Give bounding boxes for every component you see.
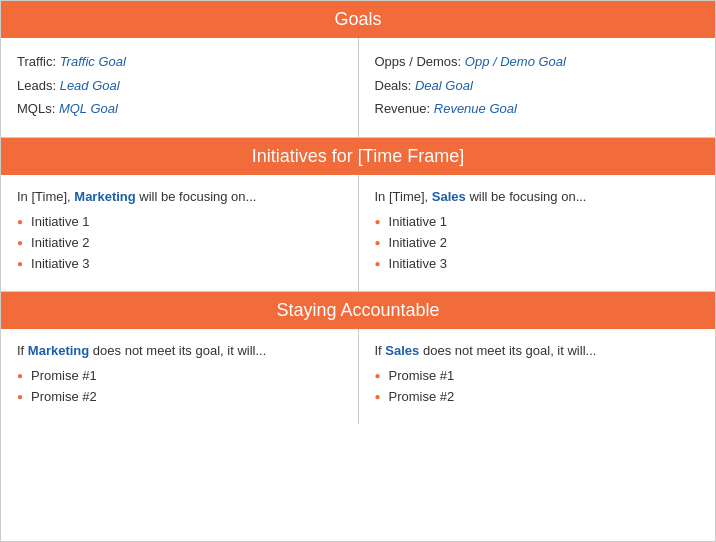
goal-leads-value: Lead Goal: [60, 78, 120, 93]
list-item: Initiative 3: [375, 256, 700, 271]
accountability-section: Staying Accountable If Marketing does no…: [1, 292, 715, 424]
promises-left-list: Promise #1 Promise #2: [17, 368, 342, 404]
list-item: Initiative 1: [17, 214, 342, 229]
list-item: Promise #1: [17, 368, 342, 383]
accountability-cols: If Marketing does not meet its goal, it …: [1, 329, 715, 424]
accountability-left-suffix: does not meet its goal, it will...: [89, 343, 266, 358]
initiatives-right-intro-suffix: will be focusing on...: [466, 189, 587, 204]
list-item: Initiative 1: [375, 214, 700, 229]
initiatives-left-intro: In [Time], Marketing will be focusing on…: [17, 189, 342, 204]
accountability-left-intro: If Marketing does not meet its goal, it …: [17, 343, 342, 358]
goal-revenue-label: Revenue:: [375, 101, 434, 116]
accountability-col-left: If Marketing does not meet its goal, it …: [1, 329, 359, 424]
accountability-right-intro: If Sales does not meet its goal, it will…: [375, 343, 700, 358]
initiatives-right-list: Initiative 1 Initiative 2 Initiative 3: [375, 214, 700, 271]
initiatives-col-right: In [Time], Sales will be focusing on... …: [359, 175, 716, 291]
goal-deals-value: Deal Goal: [415, 78, 473, 93]
initiatives-header: Initiatives for [Time Frame]: [1, 138, 715, 175]
goals-header: Goals: [1, 1, 715, 38]
accountability-right-bold: Sales: [385, 343, 419, 358]
promises-right-list: Promise #1 Promise #2: [375, 368, 700, 404]
goal-deals-label: Deals:: [375, 78, 415, 93]
initiatives-right-bold: Sales: [432, 189, 466, 204]
goal-leads-label: Leads:: [17, 78, 60, 93]
list-item: Initiative 2: [17, 235, 342, 250]
accountability-left-bold: Marketing: [28, 343, 89, 358]
goal-revenue-value: Revenue Goal: [434, 101, 517, 116]
initiatives-left-list: Initiative 1 Initiative 2 Initiative 3: [17, 214, 342, 271]
goal-mqls-value: MQL Goal: [59, 101, 118, 116]
accountability-col-right: If Sales does not meet its goal, it will…: [359, 329, 716, 424]
initiatives-right-intro-prefix: In [Time],: [375, 189, 432, 204]
initiatives-cols: In [Time], Marketing will be focusing on…: [1, 175, 715, 291]
initiatives-left-intro-prefix: In [Time],: [17, 189, 74, 204]
goals-col-left: Traffic: Traffic Goal Leads: Lead Goal M…: [1, 38, 359, 137]
accountability-right-prefix: If: [375, 343, 386, 358]
accountability-left-prefix: If: [17, 343, 28, 358]
goal-opps-value: Opp / Demo Goal: [465, 54, 566, 69]
goals-col-right: Opps / Demos: Opp / Demo Goal Deals: Dea…: [359, 38, 716, 137]
goal-mqls: MQLs: MQL Goal: [17, 99, 342, 119]
goal-opps: Opps / Demos: Opp / Demo Goal: [375, 52, 700, 72]
accountability-right-suffix: does not meet its goal, it will...: [419, 343, 596, 358]
initiatives-section: Initiatives for [Time Frame] In [Time], …: [1, 138, 715, 292]
goals-row: Traffic: Traffic Goal Leads: Lead Goal M…: [1, 38, 715, 138]
list-item: Initiative 2: [375, 235, 700, 250]
goal-mqls-label: MQLs:: [17, 101, 59, 116]
slide-container: Goals Traffic: Traffic Goal Leads: Lead …: [0, 0, 716, 542]
goal-traffic-label: Traffic:: [17, 54, 60, 69]
goal-opps-label: Opps / Demos:: [375, 54, 465, 69]
goal-revenue: Revenue: Revenue Goal: [375, 99, 700, 119]
initiatives-left-bold: Marketing: [74, 189, 135, 204]
list-item: Promise #2: [375, 389, 700, 404]
goal-traffic-value: Traffic Goal: [60, 54, 126, 69]
goal-leads: Leads: Lead Goal: [17, 76, 342, 96]
initiatives-left-intro-suffix: will be focusing on...: [136, 189, 257, 204]
goal-deals: Deals: Deal Goal: [375, 76, 700, 96]
list-item: Promise #1: [375, 368, 700, 383]
goals-section: Goals Traffic: Traffic Goal Leads: Lead …: [1, 1, 715, 138]
list-item: Initiative 3: [17, 256, 342, 271]
accountability-header: Staying Accountable: [1, 292, 715, 329]
list-item: Promise #2: [17, 389, 342, 404]
initiatives-right-intro: In [Time], Sales will be focusing on...: [375, 189, 700, 204]
goal-traffic: Traffic: Traffic Goal: [17, 52, 342, 72]
initiatives-col-left: In [Time], Marketing will be focusing on…: [1, 175, 359, 291]
